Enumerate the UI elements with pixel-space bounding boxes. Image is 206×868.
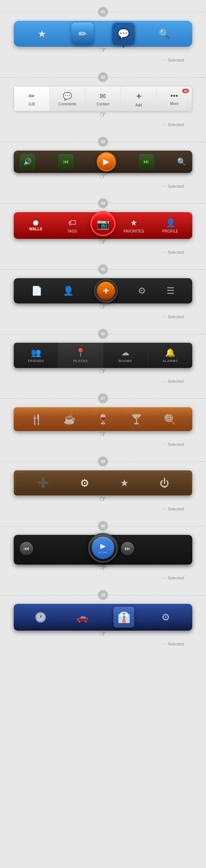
rooms-label: ROOMS: [119, 359, 132, 363]
bar10-clock[interactable]: 🕐: [20, 612, 61, 623]
step-badge-08: 08: [98, 456, 108, 467]
tie-button[interactable]: 👔: [113, 607, 134, 628]
bar6-places[interactable]: 📍 PLACES: [58, 343, 103, 368]
selected-label-09: Selected: [162, 576, 206, 580]
walls-label: WALLS: [29, 227, 42, 231]
selected-label-07: Selected: [162, 442, 206, 447]
add-icon: ＋: [135, 91, 143, 102]
step-badge-10: 10: [98, 590, 108, 600]
bar4-favorites[interactable]: ★ FAVORITES: [116, 218, 152, 233]
settings-gear-icon: ⚙: [138, 286, 146, 296]
section-10: 10 🕐 🚗 👔 ⚙ ☞ Selected: [0, 583, 206, 657]
bar7-candy[interactable]: 🍭: [164, 414, 176, 425]
play-icon: ▶: [103, 157, 109, 167]
more-label: More: [170, 102, 178, 106]
bar9-play-button[interactable]: ▶ PLAY: [88, 533, 118, 563]
dark-social-bar: 👥 FRIENDS 📍 PLACES ☁ ROOMS 🔔 ALARMS: [14, 343, 192, 368]
bar7-wine[interactable]: 🍷: [97, 414, 109, 425]
bar5-person[interactable]: 👤: [63, 286, 74, 296]
bar3-forward[interactable]: ⏭: [139, 154, 154, 170]
section-05: 05 📄 👤 + ⚙ ☰ ☞ Selected: [0, 257, 206, 322]
edit-label: Edit: [29, 102, 35, 106]
cursor-01: ☞: [99, 45, 107, 55]
bar5-document[interactable]: 📄: [31, 286, 42, 296]
tag-icon: 🏷: [68, 218, 76, 228]
comments-label: Comments: [58, 102, 76, 106]
bar5-menu[interactable]: ☰: [167, 286, 175, 296]
bar10-car[interactable]: 🚗: [61, 612, 103, 623]
bar4-tags[interactable]: 🏷 TAGS: [54, 218, 90, 233]
bar10-tie[interactable]: 👔: [103, 607, 145, 628]
section-07: 07 🍴 ☕ 🍷 🍸 🍭 ☞ Selected: [0, 387, 206, 450]
bar5-add-button[interactable]: +: [97, 282, 115, 300]
blue-tab-bar: ★ ✏ 💬 🔍: [14, 21, 192, 47]
bar3-volume[interactable]: 🔊: [20, 154, 35, 170]
section-06: 06 👥 FRIENDS 📍 PLACES ☁ ROOMS 🔔 ALARMS ☞…: [0, 322, 206, 387]
bar6-alarms[interactable]: 🔔 ALARMS: [148, 343, 192, 368]
step-badge-05: 05: [98, 264, 108, 274]
bar2-contact[interactable]: ✉ Contact: [86, 86, 121, 111]
bar1-chat[interactable]: 💬: [112, 23, 135, 45]
selected-label-02: Selected: [162, 122, 206, 127]
bar2-comments[interactable]: 💬 Comments: [50, 86, 86, 111]
cursor-05: ☞: [99, 302, 107, 312]
bar5-center-add[interactable]: +: [94, 279, 118, 303]
settings-icon: ⚙: [80, 477, 89, 489]
car-icon: 🚗: [76, 612, 88, 623]
bar4-camera-center[interactable]: 📷: [90, 211, 116, 236]
bar2-more[interactable]: 19 ••• More: [157, 86, 192, 111]
red-camera-bar: WALLS 🏷 TAGS 📷 ★ FAVORITES 👤 PROFILE: [14, 212, 192, 239]
bar6-friends[interactable]: 👥 FRIENDS: [14, 343, 58, 368]
bar9-rewind-btn[interactable]: ⏮: [20, 542, 33, 555]
bar6-rooms[interactable]: ☁ ROOMS: [103, 343, 148, 368]
bar9-right: ⏭: [118, 542, 186, 558]
bar3-rewind[interactable]: ⏮: [58, 154, 74, 170]
bar7-cocktail[interactable]: 🍸: [131, 414, 142, 425]
bar10-settings[interactable]: ⚙: [145, 612, 186, 623]
bar8-settings[interactable]: ⚙: [80, 477, 89, 489]
bar9-left-controls: ⏮: [20, 542, 85, 555]
bar7-coffee[interactable]: ☕: [64, 414, 75, 425]
tie-icon: 👔: [118, 611, 131, 624]
edit-icon: ✏: [78, 28, 87, 40]
bar2-add[interactable]: ＋ Add: [121, 86, 157, 111]
places-icon: 📍: [75, 348, 86, 358]
bar8-add[interactable]: ➕: [37, 477, 49, 489]
bar3-play[interactable]: ▶: [97, 152, 116, 171]
bar1-edit[interactable]: ✏: [71, 23, 94, 45]
bar9-play-inner: ▶ PLAY: [92, 537, 114, 559]
forward-icon: ⏭: [144, 158, 149, 165]
play-triangle-icon: ▶: [100, 542, 106, 550]
gear-settings-icon: ⚙: [161, 612, 170, 623]
music-player-bar: ⏮ ▶ PLAY ⏭: [14, 535, 192, 565]
camera-icon: 📷: [97, 218, 110, 230]
bar2-edit[interactable]: ✏ Edit: [14, 86, 50, 111]
bar1-bookmark[interactable]: ★: [30, 23, 53, 45]
bar4-walls[interactable]: WALLS: [17, 220, 54, 231]
rewind-icon: ⏮: [23, 545, 29, 552]
profile-label: PROFILE: [162, 229, 178, 233]
selected-label-04: Selected: [162, 250, 206, 254]
step-badge-02: 02: [98, 72, 108, 82]
friends-label: FRIENDS: [28, 359, 44, 363]
bar5-settings[interactable]: ⚙: [138, 286, 146, 296]
bar9-forward-btn[interactable]: ⏭: [121, 542, 134, 555]
forward-icon: ⏭: [125, 545, 131, 552]
bar8-star[interactable]: ★: [120, 477, 129, 489]
selected-label-10: Selected: [162, 642, 206, 646]
dark-player: 🔊 ⏮ ▶ ⏭ 🔍: [14, 151, 192, 173]
section-08: 08 ➕ ⚙ ★ ⏻ ☞ Selected: [0, 450, 206, 514]
more-icon: •••: [170, 92, 178, 100]
bar8-power[interactable]: ⏻: [160, 477, 169, 489]
section-09: 09 ⏮ ▶ PLAY: [0, 514, 206, 583]
volume-icon: 🔊: [23, 158, 32, 166]
bar1-search[interactable]: 🔍: [153, 23, 176, 45]
bar3-search[interactable]: 🔍: [177, 157, 186, 166]
step-badge-01: 01: [98, 7, 108, 17]
star-icon: ★: [38, 28, 46, 40]
bar4-profile[interactable]: 👤 PROFILE: [152, 218, 189, 233]
cursor-02: ☞: [99, 110, 107, 119]
step-badge-07: 07: [98, 393, 108, 404]
clock-icon: 🕐: [35, 612, 46, 623]
bar7-utensils[interactable]: 🍴: [30, 414, 42, 425]
